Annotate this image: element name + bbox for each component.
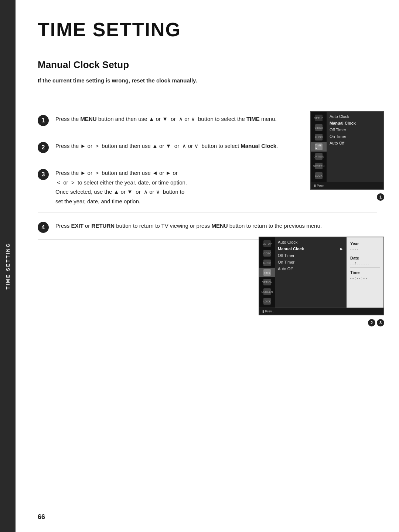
sub-value-date: - - / - - - - - - [350, 261, 380, 268]
menu-icon-audio-2: AUDIO [259, 258, 275, 268]
menu-icon-time-2: TIME [259, 268, 275, 277]
menu-item-manclk1[interactable]: Manual Clock [330, 120, 381, 126]
menu-left-icons-1: SETUP VIDEO AUDIO TIME ► OPTION [311, 112, 327, 182]
sub-value-time: - - : - - : - - [350, 276, 380, 282]
sub-value-year: - - - - [350, 247, 380, 253]
menu-right-1: Auto Clock Manual Clock Off Timer On Tim… [327, 112, 383, 182]
menu-item-ontimer2[interactable]: On Timer [278, 259, 344, 265]
page-number: 66 [38, 513, 45, 521]
screenshot-1-container: SETUP VIDEO AUDIO TIME ► OPTION [310, 111, 384, 190]
step-number-3: 3 [38, 169, 49, 180]
menu-icon-screen-2: SCREEN [259, 287, 275, 297]
menu-left-icons-2: SETUP VIDEO AUDIO TIME OPTION [259, 237, 275, 308]
menu-icon-option: OPTION [311, 152, 327, 161]
menu-item-autoclk1[interactable]: Auto Clock [330, 113, 381, 120]
ref-badge-1: 1 [377, 193, 384, 201]
step-number-4: 4 [38, 222, 49, 233]
section-title: Manual Clock Setup [38, 59, 377, 71]
main-content: TIME SETTING Manual Clock Setup If the c… [16, 0, 399, 532]
menu-prev-1: ▮ Prev. [311, 182, 383, 189]
menu-box-1: SETUP VIDEO AUDIO TIME ► OPTION [310, 111, 384, 190]
step-row-4: 4 Press EXIT or RETURN button to return … [38, 213, 377, 240]
sidebar: TIME SETTING [0, 0, 16, 532]
screenshot-2-container: SETUP VIDEO AUDIO TIME OPTION [259, 237, 384, 315]
menu-item-autooff1[interactable]: Auto Off [330, 140, 381, 146]
step-content-4: Press EXIT or RETURN button to return to… [55, 221, 377, 231]
menu-item-offtimer1[interactable]: Off Timer [330, 126, 381, 133]
menu-icon-screen: SCREEN [311, 161, 327, 171]
menu-item-ontimer1[interactable]: On Timer [330, 133, 381, 140]
menu-sub-2: Year - - - - Date - - / - - - - - - Time… [347, 237, 383, 308]
menu-icon-setup: SETUP [311, 113, 327, 123]
menu-icon-setup-2: SETUP [259, 239, 275, 248]
menu-icon-option-2: OPTION [259, 277, 275, 287]
sub-item-date: Date [350, 255, 380, 261]
menu-item-autooff2[interactable]: Auto Off [278, 265, 344, 272]
section-subtitle: If the current time setting is wrong, re… [38, 77, 377, 84]
step-number-2: 2 [38, 142, 49, 153]
menu-icon-lock: LOCK [311, 171, 327, 180]
step-number-1: 1 [38, 115, 49, 126]
menu-icon-time: TIME ► [311, 142, 327, 152]
menu-box-2: SETUP VIDEO AUDIO TIME OPTION [259, 237, 384, 315]
menu-middle-2: Auto Clock Manual Clock► Off Timer On Ti… [275, 237, 347, 308]
menu-icon-lock-2: LOCK [259, 297, 275, 306]
menu-item-offtimer2[interactable]: Off Timer [278, 252, 344, 259]
menu-icon-audio: AUDIO [311, 132, 327, 142]
ref-badge-3: 3 [377, 319, 384, 326]
menu-icon-video-2: VIDEO [259, 248, 275, 258]
menu-prev-2: ▮ Prev . [259, 308, 383, 315]
menu-item-manclk2[interactable]: Manual Clock► [278, 245, 344, 252]
menu-icon-video: VIDEO [311, 123, 327, 132]
sub-item-year: Year [350, 240, 380, 247]
sidebar-label: TIME SETTING [5, 243, 11, 289]
menu-item-autoclk2[interactable]: Auto Clock [278, 239, 344, 245]
sub-item-time: Time [350, 269, 380, 276]
page-title: TIME SETTING [38, 18, 377, 41]
ref-badge-2: 2 [368, 319, 375, 326]
